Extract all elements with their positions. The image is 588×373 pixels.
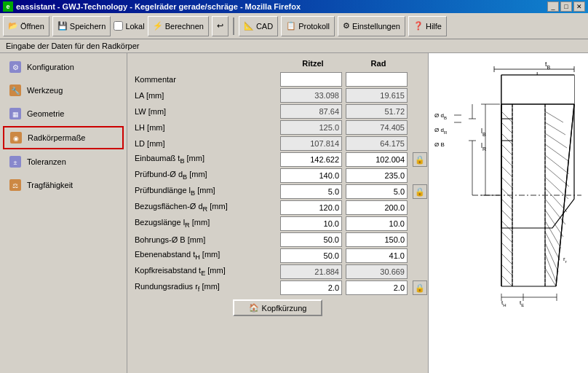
ebenenabstand-ritzel-input[interactable] <box>280 248 342 263</box>
svg-text:Ø B: Ø B <box>434 141 445 148</box>
form-area: Ritzel Rad Kommentar LA [mm] LW [mm] <box>127 53 428 373</box>
cad-icon: 📐 <box>244 21 254 31</box>
ld-ritzel-input[interactable] <box>280 136 342 151</box>
la-rad-input[interactable] <box>346 88 408 103</box>
table-row: Bohrungs-Ø B [mm] <box>135 232 421 247</box>
einbaumas-ritzel-input[interactable] <box>280 152 342 167</box>
lw-rad-input[interactable] <box>346 104 408 119</box>
einbaumas-lock-button[interactable]: 🔒 <box>413 152 427 167</box>
row-label-bezugslange: Bezugslänge lR [mm] <box>135 218 280 229</box>
settings-button[interactable]: ⚙ Einstellungen <box>338 16 405 36</box>
help-button[interactable]: ❓ Hilfe <box>408 16 447 36</box>
prufbundlange-lock-button[interactable]: 🔒 <box>413 184 427 199</box>
sidebar-item-geometrie[interactable]: ▦ Geometrie <box>3 103 124 125</box>
ld-rad-input[interactable] <box>346 136 408 151</box>
table-row: Kommentar <box>135 72 421 87</box>
table-row: Kopfkreisabstand tE [mm] <box>135 264 421 279</box>
lh-rad-input[interactable] <box>346 120 408 135</box>
row-label-prufbundlange: Prüfbundlänge lB [mm] <box>135 186 280 197</box>
row-label-kopfkreisabstand: Kopfkreisabstand tE [mm] <box>135 266 280 277</box>
save-button[interactable]: 💾 Speichern <box>52 16 111 36</box>
row-label-bezugsflachen: Bezugsflächen-Ø dR [mm] <box>135 202 280 213</box>
rundungsradius-lock-button[interactable]: 🔒 <box>413 280 427 295</box>
geometry-icon: ▦ <box>8 106 23 121</box>
sidebar-item-toleranzen[interactable]: ± Toleranzen <box>3 151 124 173</box>
sidebar-item-werkzeug[interactable]: 🔧 Werkzeug <box>3 79 124 101</box>
title-bar: e eassistant - GWJ-Technology - Kegelräd… <box>0 0 588 13</box>
kopfkreisabstand-ritzel-input[interactable] <box>280 264 342 279</box>
table-row: Bezugsflächen-Ø dR [mm] <box>135 200 421 215</box>
local-checkbox-group[interactable]: Lokal <box>114 21 144 31</box>
help-icon: ❓ <box>413 21 424 31</box>
window-controls[interactable]: _ □ ✕ <box>547 1 585 12</box>
maximize-button[interactable]: □ <box>560 1 572 12</box>
ritzel-header: Ritzel <box>280 58 346 69</box>
svg-rect-24 <box>501 75 574 104</box>
minimize-button[interactable]: _ <box>547 1 559 12</box>
sidebar-item-konfiguration[interactable]: ⚙ Konfiguration <box>3 56 124 78</box>
bezugslange-rad-input[interactable] <box>346 216 408 231</box>
bottom-button-row: 🏠 Kopfkürzung <box>135 299 421 316</box>
bohrung-rad-input[interactable] <box>346 232 408 247</box>
svg-text:⚖: ⚖ <box>12 182 18 189</box>
svg-text:⚙: ⚙ <box>12 63 19 71</box>
rundungsradius-rad-input[interactable] <box>346 280 408 295</box>
settings-icon: ⚙ <box>343 21 350 31</box>
table-row: Prüfbundlänge lB [mm] 🔒 <box>135 184 421 199</box>
kommentar-ritzel-input[interactable] <box>280 72 342 87</box>
undo-button[interactable]: ↩ <box>212 16 229 36</box>
close-button[interactable]: ✕ <box>573 1 585 12</box>
bohrung-ritzel-input[interactable] <box>280 232 342 247</box>
bezugsflachen-rad-input[interactable] <box>346 200 408 215</box>
svg-text:▦: ▦ <box>12 111 19 118</box>
row-label-einbaumas: Einbaumaß tB [mm] <box>135 154 280 165</box>
prufbund-rad-input[interactable] <box>346 168 408 183</box>
open-button[interactable]: 📂 Öffnen <box>3 16 49 36</box>
form-column-headers: Ritzel Rad <box>135 58 421 69</box>
einbaumas-rad-input[interactable] <box>346 152 408 167</box>
ebenenabstand-rad-input[interactable] <box>346 248 408 263</box>
row-label-ld: LD [mm] <box>135 139 280 148</box>
row-label-kommentar: Kommentar <box>135 75 280 84</box>
app-icon: e <box>3 1 13 12</box>
table-row: LH [mm] <box>135 120 421 135</box>
kopfkurzung-icon: 🏠 <box>249 303 259 313</box>
table-row: Einbaumaß tB [mm] 🔒 <box>135 152 421 167</box>
row-label-prufbund: Prüfbund-Ø dB [mm] <box>135 170 280 181</box>
table-row: Ebenenabstand tH [mm] <box>135 248 421 263</box>
lw-ritzel-input[interactable] <box>280 104 342 119</box>
calc-button[interactable]: ⚡ Berechnen <box>148 16 209 36</box>
prufbund-ritzel-input[interactable] <box>280 168 342 183</box>
table-row: LA [mm] <box>135 88 421 103</box>
prufbundlange-ritzel-input[interactable] <box>280 184 342 199</box>
row-label-lw: LW [mm] <box>135 107 280 116</box>
cad-button[interactable]: 📐 CAD <box>239 16 278 36</box>
toolbar-separator <box>233 17 234 35</box>
bezugslange-ritzel-input[interactable] <box>280 216 342 231</box>
sidebar-item-tragfahigkeit[interactable]: ⚖ Tragfähigkeit <box>3 174 124 196</box>
window-title: eassistant - GWJ-Technology - Kegelräder… <box>16 2 301 11</box>
main-area: Eingabe der Daten für den Radkörper ⚙ Ko… <box>0 39 588 373</box>
table-row: LD [mm] <box>135 136 421 151</box>
toolbar: 📂 Öffnen 💾 Speichern Lokal ⚡ Berechnen ↩… <box>0 13 588 39</box>
sidebar-item-radkoerpermasze[interactable]: ◉ Radkörpermaße <box>3 126 124 149</box>
calc-icon: ⚡ <box>153 21 163 31</box>
kopfkurzung-button[interactable]: 🏠 Kopfkürzung <box>233 299 323 316</box>
section-header: Eingabe der Daten für den Radkörper <box>0 39 588 53</box>
local-checkbox[interactable] <box>114 21 123 31</box>
row-label-lh: LH [mm] <box>135 123 280 132</box>
save-icon: 💾 <box>57 21 68 31</box>
technical-diagram: tB LH LD LW LA lB lR <box>429 53 588 359</box>
kommentar-rad-input[interactable] <box>346 72 408 87</box>
svg-text:±: ± <box>14 159 17 166</box>
la-ritzel-input[interactable] <box>280 88 342 103</box>
rundungsradius-ritzel-input[interactable] <box>280 280 342 295</box>
lh-ritzel-input[interactable] <box>280 120 342 135</box>
table-row: Bezugslänge lR [mm] <box>135 216 421 231</box>
tragfaehigkeit-icon: ⚖ <box>8 178 23 192</box>
protocol-button[interactable]: 📋 Protokoll <box>281 16 335 36</box>
prufbundlange-rad-input[interactable] <box>346 184 408 199</box>
bezugsflachen-ritzel-input[interactable] <box>280 200 342 215</box>
tolerance-icon: ± <box>8 154 23 169</box>
kopfkreisabstand-rad-input[interactable] <box>346 264 408 279</box>
